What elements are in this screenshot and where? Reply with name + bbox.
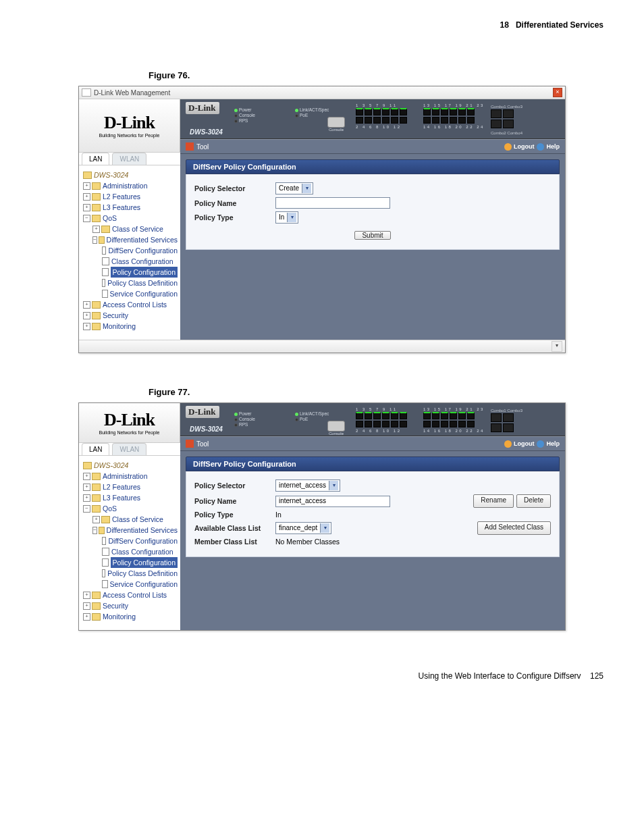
- console-port-label: Console: [329, 432, 344, 436]
- tree-policy-class-def[interactable]: Policy Class Definition: [83, 278, 178, 288]
- policy-type-label: Policy Type: [194, 213, 275, 221]
- tab-lan[interactable]: LAN: [82, 443, 109, 455]
- nav-tree: DWS-3024 +Administration +L2 Features +L…: [79, 165, 180, 340]
- tree-class-config[interactable]: Class Configuration: [83, 546, 178, 557]
- logout-button[interactable]: Logout: [504, 143, 535, 151]
- help-button[interactable]: Help: [537, 143, 560, 151]
- help-button[interactable]: Help: [537, 440, 560, 448]
- policy-type-value: In: [275, 511, 281, 519]
- device-model-label: DWS-3024: [190, 128, 223, 136]
- tree-root[interactable]: DWS-3024: [83, 460, 178, 471]
- window-menu-icon[interactable]: ▾: [552, 341, 562, 352]
- tree-diffserv-config[interactable]: DiffServ Configuration: [83, 245, 178, 256]
- status-leds: Power Console RPS: [234, 411, 255, 427]
- add-selected-class-button[interactable]: Add Selected Class: [477, 521, 551, 535]
- policy-config-form: Policy Selector Create▾ Policy Name: [186, 174, 560, 250]
- tree-monitoring[interactable]: +Monitoring: [83, 321, 178, 332]
- console-port-icon: [327, 421, 345, 432]
- chapter-number: 18: [500, 20, 509, 30]
- tab-lan[interactable]: LAN: [82, 153, 109, 165]
- help-icon: [537, 143, 544, 151]
- brand-logo: D-Link Building Networks for People: [79, 99, 180, 153]
- tool-icon: [186, 142, 194, 151]
- brand-tagline: Building Networks for People: [99, 430, 160, 435]
- chevron-down-icon: ▾: [302, 184, 311, 193]
- favicon: [82, 88, 91, 97]
- policy-name-input[interactable]: internet_access: [275, 496, 390, 507]
- tree-class-of-service[interactable]: +Class of Service: [83, 224, 178, 234]
- device-brand-plate: D-Link: [186, 406, 219, 418]
- brand-name: D-Link: [104, 114, 155, 132]
- logout-icon: [504, 440, 512, 448]
- figure-77-caption: Figure 77.: [149, 387, 603, 397]
- tree-administration[interactable]: +Administration: [83, 471, 178, 481]
- content-title: DiffServ Policy Configuration: [186, 159, 560, 174]
- brand-tagline: Building Networks for People: [99, 133, 160, 138]
- tree-policy-config[interactable]: Policy Configuration: [83, 267, 178, 278]
- tree-l3-features[interactable]: +L3 Features: [83, 492, 178, 503]
- policy-type-dropdown[interactable]: In▾: [275, 211, 298, 224]
- logout-button[interactable]: Logout: [504, 440, 535, 448]
- toolbar-tool[interactable]: Tool: [196, 143, 209, 151]
- ports-13-24: 13 15 17 19 21 23 14 16 18 20 22 24: [423, 103, 485, 130]
- chevron-down-icon: ▾: [287, 213, 296, 222]
- status-leds: Power Console RPS: [234, 107, 255, 124]
- chevron-down-icon: ▾: [320, 523, 329, 533]
- policy-name-input[interactable]: [275, 197, 390, 209]
- tree-diffserv-config[interactable]: DiffServ Configuration: [83, 536, 178, 546]
- tab-wlan[interactable]: WLAN: [112, 153, 146, 165]
- tree-acl[interactable]: +Access Control Lists: [83, 590, 178, 600]
- console-port-label: Console: [329, 128, 344, 132]
- brand-logo: D-Link Building Networks for People: [79, 403, 180, 443]
- linkact-leds: Link/ACT/Spec PoE: [295, 107, 329, 118]
- tree-monitoring[interactable]: +Monitoring: [83, 611, 178, 622]
- toolbar-tool[interactable]: Tool: [196, 440, 209, 448]
- logout-icon: [504, 143, 512, 151]
- page-header: 18 Differentiated Services: [41, 20, 603, 30]
- brand-name: D-Link: [104, 411, 155, 429]
- tree-l3-features[interactable]: +L3 Features: [83, 202, 178, 213]
- combo-ports: Combo1 Combo3 Combo2 Combo4: [491, 407, 522, 436]
- member-class-value: No Member Classes: [275, 538, 340, 546]
- policy-selector-dropdown[interactable]: Create▾: [275, 182, 313, 194]
- toolbar: Tool Logout Help: [180, 436, 565, 451]
- page-footer: Using the Web Interface to Configure Dif…: [41, 671, 603, 681]
- figure-76-caption: Figure 76.: [149, 70, 603, 80]
- tree-service-config[interactable]: Service Configuration: [83, 579, 178, 590]
- nav-tree: DWS-3024 +Administration +L2 Features +L…: [79, 456, 180, 630]
- ports-1-12: 1 3 5 7 9 11 2 4 6 8 10 12: [356, 407, 407, 434]
- tree-security[interactable]: +Security: [83, 600, 178, 611]
- figure-76-screenshot: D-Link Web Management × D-Link Building …: [78, 86, 566, 353]
- tree-diff-services[interactable]: −Differentiated Services: [83, 525, 178, 536]
- policy-config-form: Policy Selector internet_access▾ Policy …: [186, 471, 560, 557]
- tree-l2-features[interactable]: +L2 Features: [83, 481, 178, 492]
- help-icon: [537, 440, 544, 448]
- tree-policy-config[interactable]: Policy Configuration: [83, 557, 178, 568]
- rename-button[interactable]: Rename: [473, 494, 514, 508]
- tree-diff-services[interactable]: −Differentiated Services: [83, 234, 178, 245]
- tree-qos[interactable]: −QoS: [83, 213, 178, 224]
- device-banner: D-Link DWS-3024 Power Console RPS Link/A…: [180, 403, 565, 436]
- tree-policy-class-def[interactable]: Policy Class Definition: [83, 568, 178, 579]
- content-title: DiffServ Policy Configuration: [186, 457, 560, 471]
- tree-qos[interactable]: −QoS: [83, 503, 178, 514]
- footer-text: Using the Web Interface to Configure Dif…: [419, 671, 581, 681]
- tree-class-config[interactable]: Class Configuration: [83, 256, 178, 267]
- device-banner: D-Link DWS-3024 Power Console RPS Link/A…: [180, 99, 565, 139]
- page-number: 125: [590, 671, 603, 681]
- tab-wlan[interactable]: WLAN: [112, 443, 146, 455]
- tree-service-config[interactable]: Service Configuration: [83, 288, 178, 299]
- tree-administration[interactable]: +Administration: [83, 180, 178, 191]
- tree-acl[interactable]: +Access Control Lists: [83, 299, 178, 310]
- tree-root[interactable]: DWS-3024: [83, 170, 178, 180]
- tree-security[interactable]: +Security: [83, 310, 178, 321]
- policy-name-label: Policy Name: [194, 497, 275, 505]
- tree-l2-features[interactable]: +L2 Features: [83, 191, 178, 202]
- close-icon[interactable]: ×: [553, 88, 562, 97]
- device-model-label: DWS-3024: [190, 425, 223, 433]
- tree-class-of-service[interactable]: +Class of Service: [83, 514, 178, 525]
- policy-selector-dropdown[interactable]: internet_access▾: [275, 479, 340, 492]
- submit-button[interactable]: Submit: [354, 231, 390, 240]
- delete-button[interactable]: Delete: [516, 494, 551, 508]
- available-class-dropdown[interactable]: finance_dept▾: [275, 522, 331, 534]
